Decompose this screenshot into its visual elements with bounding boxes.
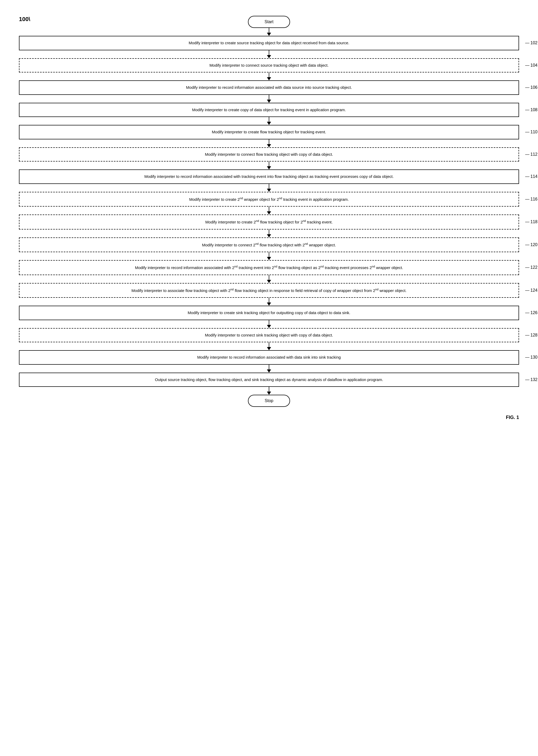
step-132-wrapper: Output source tracking object, flow trac… (19, 373, 519, 387)
step-128-box: Modify interpreter to connect sink track… (19, 328, 519, 343)
step-120-wrapper: Modify interpreter to connect 2nd flow t… (19, 237, 519, 252)
step-126-wrapper: Modify interpreter to create sink tracki… (19, 306, 519, 320)
step-114-wrapper: Modify interpreter to record information… (19, 169, 519, 184)
step-132-label: 132 (525, 377, 537, 382)
start-terminal: Start (248, 16, 290, 28)
step-130-box: Modify interpreter to record information… (19, 350, 519, 365)
step-104-box: Modify interpreter to connect source tra… (19, 58, 519, 73)
step-122-label: 122 (525, 265, 537, 270)
step-132-box: Output source tracking object, flow trac… (19, 373, 519, 387)
step-102-box: Modify interpreter to create source trac… (19, 36, 519, 50)
step-126-label: 126 (525, 310, 537, 315)
step-130-label: 130 (525, 355, 537, 360)
diagram-number: 100\ (19, 16, 30, 23)
step-122-box: Modify interpreter to record information… (19, 260, 519, 275)
step-126-box: Modify interpreter to create sink tracki… (19, 306, 519, 320)
step-108-label: 108 (525, 107, 537, 112)
step-130-wrapper: Modify interpreter to record information… (19, 350, 519, 365)
step-112-label: 112 (525, 152, 537, 157)
step-106-wrapper: Modify interpreter to record information… (19, 80, 519, 95)
step-102-label: 102 (525, 40, 537, 45)
step-112-box: Modify interpreter to connect flow track… (19, 147, 519, 162)
step-108-box: Modify interpreter to create copy of dat… (19, 103, 519, 117)
fig-label: FIG. 1 (19, 415, 519, 420)
step-102-wrapper: Modify interpreter to create source trac… (19, 36, 519, 50)
step-124-box: Modify interpreter to associate flow tra… (19, 283, 519, 298)
step-116-label: 116 (525, 197, 537, 202)
step-108-wrapper: Modify interpreter to create copy of dat… (19, 103, 519, 117)
step-128-label: 128 (525, 333, 537, 338)
step-118-wrapper: Modify interpreter to create 2nd flow tr… (19, 215, 519, 229)
flowchart: Start Modify interpreter to create sourc… (19, 16, 519, 407)
step-116-wrapper: Modify interpreter to create 2nd wrapper… (19, 192, 519, 207)
step-114-box: Modify interpreter to record information… (19, 169, 519, 184)
step-124-wrapper: Modify interpreter to associate flow tra… (19, 283, 519, 298)
step-118-label: 118 (525, 220, 537, 224)
step-104-label: 104 (525, 63, 537, 68)
step-106-label: 106 (525, 85, 537, 90)
step-112-wrapper: Modify interpreter to connect flow track… (19, 147, 519, 162)
step-128-wrapper: Modify interpreter to connect sink track… (19, 328, 519, 343)
step-118-box: Modify interpreter to create 2nd flow tr… (19, 215, 519, 229)
step-116-box: Modify interpreter to create 2nd wrapper… (19, 192, 519, 207)
step-122-wrapper: Modify interpreter to record information… (19, 260, 519, 275)
diagram-container: 100\ Start Modify interpreter to create … (19, 16, 519, 420)
step-106-box: Modify interpreter to record information… (19, 80, 519, 95)
step-120-box: Modify interpreter to connect 2nd flow t… (19, 237, 519, 252)
step-110-box: Modify interpreter to create flow tracki… (19, 125, 519, 139)
step-120-label: 120 (525, 242, 537, 247)
step-124-label: 124 (525, 288, 537, 293)
step-110-wrapper: Modify interpreter to create flow tracki… (19, 125, 519, 139)
step-114-label: 114 (525, 174, 537, 179)
stop-terminal: Stop (248, 395, 290, 407)
step-104-wrapper: Modify interpreter to connect source tra… (19, 58, 519, 73)
step-110-label: 110 (525, 130, 537, 134)
